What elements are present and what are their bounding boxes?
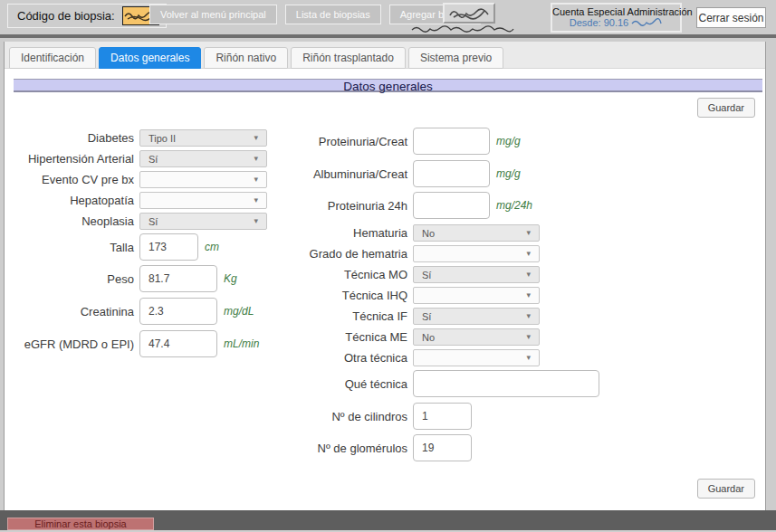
chevron-down-icon: ▾ — [526, 354, 531, 362]
que-tecnica-input[interactable] — [413, 370, 599, 397]
biopsy-code-box: Código de biopsia: — [7, 4, 167, 28]
field-label-proteinuria-creat: Proteinuria/Creat — [5, 135, 407, 148]
tab-sistema-previo[interactable]: Sistema previo — [408, 47, 503, 69]
tab-identificacion[interactable]: Identificación — [9, 47, 96, 69]
chevron-down-icon: ▾ — [526, 312, 531, 320]
chevron-down-icon: ▾ — [526, 250, 531, 258]
tecnica-if-select[interactable]: Sí▾ — [413, 308, 540, 325]
save-button-bottom[interactable]: Guardar — [697, 479, 755, 499]
hematuria-select[interactable]: No▾ — [413, 224, 540, 242]
proteinuria-creat-input[interactable] — [413, 128, 490, 155]
form-row: Otra técnica ▾ — [5, 349, 540, 366]
chevron-down-icon: ▾ — [526, 291, 531, 299]
chevron-down-icon: ▾ — [526, 229, 531, 237]
biopsy-list-button[interactable]: Lista de biopsias — [285, 5, 381, 24]
form-row: Técnica ME No▾ — [5, 328, 540, 346]
tecnica-me-select[interactable]: No▾ — [413, 328, 540, 346]
chevron-down-icon: ▾ — [526, 271, 531, 279]
unit-label-mgg: mg/g — [496, 167, 521, 180]
account-since-label: Desde: 90.16 — [552, 17, 680, 28]
bottom-bar: Eliminar esta biopsia — [0, 510, 776, 532]
albuminuria-creat-input[interactable] — [413, 160, 490, 187]
field-label-grado-hematria: Grado de hematria — [5, 247, 407, 261]
form-row: Técnica MO Sí▾ — [5, 266, 540, 283]
tecnica-ihq-select[interactable]: ▾ — [413, 287, 540, 304]
unit-label-mgg: mg/g — [496, 135, 521, 147]
form-row: Albuminuria/Creat mg/g — [5, 160, 521, 187]
form-row: Hematuria No▾ — [5, 224, 540, 242]
tab-bar: Identificación Datos generales Riñón nat… — [5, 42, 765, 69]
delete-biopsy-button[interactable]: Eliminar esta biopsia — [7, 518, 154, 530]
tab-rinon-nativo[interactable]: Riñón nativo — [204, 47, 288, 69]
field-label-proteinuria-24h: Proteinuria 24h — [5, 199, 407, 213]
proteinuria-24h-input[interactable] — [413, 192, 490, 219]
form-row: Qué técnica — [5, 370, 599, 397]
field-label-otra-tecnica: Otra técnica — [5, 351, 407, 365]
form-row: Nº de glomérulos — [5, 434, 472, 461]
field-label-hematuria: Hematuria — [5, 226, 407, 240]
num-cilindros-input[interactable] — [413, 403, 472, 430]
form-row: Técnica IHQ ▾ — [5, 287, 540, 304]
field-label-num-glomerulos: Nº de glomérulos — [5, 442, 407, 455]
form-row: Proteinuria 24h mg/24h — [5, 192, 532, 219]
redacted-caption-scribble — [409, 24, 516, 33]
section-title: Datos generales — [14, 79, 762, 92]
logo-button[interactable] — [443, 3, 495, 24]
save-button-top[interactable]: Guardar — [697, 98, 755, 118]
grado-hematria-select[interactable]: ▾ — [413, 245, 540, 262]
otra-tecnica-select[interactable]: ▾ — [413, 349, 540, 366]
header-nav: Volver al menú principal Lista de biopsi… — [149, 5, 481, 24]
field-label-albuminuria-creat: Albuminuria/Creat — [5, 167, 407, 181]
field-label-num-cilindros: Nº de cilindros — [5, 410, 407, 423]
account-info-box: Cuenta Especial Administración Desde: 90… — [551, 3, 682, 33]
select-value: Sí — [422, 311, 431, 322]
biopsy-code-label: Código de biopsia: — [17, 9, 115, 23]
header-bar: Código de biopsia: Volver al menú princi… — [0, 0, 776, 38]
form-row: Grado de hematria ▾ — [5, 245, 540, 262]
back-to-menu-button[interactable]: Volver al menú principal — [149, 5, 277, 24]
redacted-blue-scribble — [630, 18, 663, 27]
field-label-que-tecnica: Qué técnica — [5, 377, 407, 391]
field-label-tecnica-me: Técnica ME — [5, 330, 407, 344]
form-row: Técnica IF Sí▾ — [5, 308, 540, 325]
logo-icon — [446, 6, 492, 21]
account-name-label: Cuenta Especial Administración — [552, 6, 680, 17]
tab-datos-generales[interactable]: Datos generales — [99, 47, 201, 69]
select-value: Sí — [422, 270, 431, 280]
logout-button[interactable]: Cerrar sesión — [696, 7, 766, 28]
field-label-tecnica-if: Técnica IF — [5, 309, 407, 323]
chevron-down-icon: ▾ — [526, 333, 531, 341]
field-label-tecnica-mo: Técnica MO — [5, 268, 407, 281]
unit-label-mg24h: mg/24h — [496, 199, 532, 212]
num-glomerulos-input[interactable] — [413, 434, 472, 461]
main-content: Identificación Datos generales Riñón nat… — [4, 42, 766, 510]
select-value: No — [422, 228, 435, 239]
tab-rinon-trasplantado[interactable]: Riñón trasplantado — [291, 47, 406, 69]
select-value: No — [422, 332, 435, 343]
field-label-tecnica-ihq: Técnica IHQ — [5, 289, 407, 302]
form-row: Nº de cilindros — [5, 403, 472, 430]
form-row: Proteinuria/Creat mg/g — [5, 128, 521, 155]
tecnica-mo-select[interactable]: Sí▾ — [413, 266, 540, 283]
